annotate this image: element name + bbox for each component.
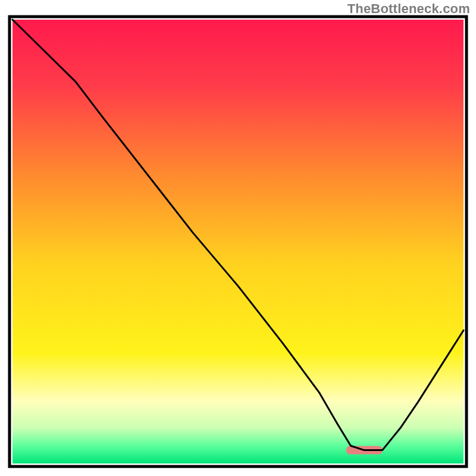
- bottleneck-chart: [0, 0, 476, 476]
- chart-container: TheBottleneck.com: [0, 0, 476, 476]
